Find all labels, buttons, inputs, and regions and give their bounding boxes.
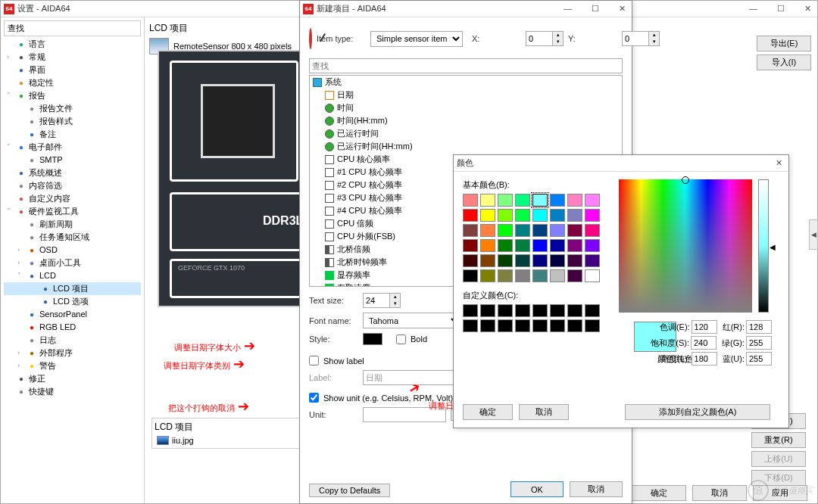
tree-item[interactable]: ●RGB LED	[4, 321, 141, 334]
custom-color-swatch[interactable]	[567, 304, 582, 317]
color-swatch[interactable]	[480, 239, 495, 252]
main-ok-button[interactable]: 确定	[632, 485, 686, 501]
tree-item[interactable]: ●日志	[4, 334, 141, 347]
move-up-button[interactable]: 上移(U)	[751, 451, 806, 467]
custom-color-swatch[interactable]	[498, 304, 513, 317]
tree-item[interactable]: ˅●LCD	[4, 269, 141, 282]
color-cancel-button[interactable]: 取消	[519, 404, 569, 420]
text-size-input[interactable]	[363, 293, 390, 308]
color-swatch[interactable]	[550, 239, 565, 252]
custom-color-swatch[interactable]	[480, 304, 495, 317]
tree-item[interactable]: ●报告文件	[4, 102, 141, 115]
color-swatch[interactable]	[480, 194, 495, 207]
font-name-select[interactable]: Tahoma	[363, 313, 461, 328]
color-swatch[interactable]	[463, 254, 478, 267]
minimize-button[interactable]: ―	[560, 4, 575, 14]
hue-input[interactable]	[692, 320, 717, 334]
color-swatch[interactable]	[585, 239, 600, 252]
custom-color-swatch[interactable]	[550, 304, 565, 317]
tree-item[interactable]: ●任务通知区域	[4, 231, 141, 244]
color-swatch[interactable]	[463, 209, 478, 222]
color-swatch[interactable]	[480, 269, 495, 282]
color-swatch[interactable]	[550, 269, 565, 282]
custom-color-swatch[interactable]	[532, 304, 548, 317]
y-spin-down[interactable]: ▾	[649, 39, 659, 45]
custom-color-swatch[interactable]	[585, 304, 600, 317]
color-swatch[interactable]	[515, 239, 530, 252]
import-button[interactable]: 导入(I)	[757, 54, 811, 70]
tree-item[interactable]: ●快捷键	[4, 385, 141, 398]
tree-item[interactable]: ●修正	[4, 372, 141, 385]
color-swatch[interactable]	[463, 239, 478, 252]
sat-input[interactable]	[691, 336, 717, 350]
tree-item[interactable]: ›●常规	[4, 51, 141, 64]
color-swatch[interactable]	[585, 269, 600, 282]
color-swatch[interactable]	[480, 254, 495, 267]
tree-item[interactable]: ›●外部程序	[4, 347, 141, 359]
text-color-swatch[interactable]	[363, 333, 382, 345]
color-swatch[interactable]	[550, 194, 565, 207]
x-input[interactable]	[526, 31, 553, 46]
maximize-button[interactable]: ☐	[589, 4, 602, 14]
main-apply-button[interactable]: 应用	[753, 485, 807, 501]
color-swatch[interactable]	[532, 209, 548, 222]
color-swatch[interactable]	[463, 224, 478, 237]
copy-defaults-button[interactable]: Copy to Defaults	[309, 484, 390, 497]
tree-item[interactable]: ˅●报告	[4, 89, 141, 102]
tree-item[interactable]: ●系统概述	[4, 166, 141, 179]
color-swatch[interactable]	[567, 239, 582, 252]
tree-item[interactable]: ●自定义内容	[4, 192, 141, 205]
tree-item[interactable]: ●内容筛选	[4, 179, 141, 192]
sensor-item[interactable]: 已运行时间	[310, 127, 622, 140]
close-button[interactable]: ✕	[801, 4, 814, 14]
color-swatch[interactable]	[515, 269, 530, 282]
custom-color-swatch[interactable]	[567, 319, 582, 332]
settings-tree[interactable]: ●语言›●常规●界面●稳定性˅●报告●报告文件●报告样式●备注˅●电子邮件●SM…	[4, 38, 141, 398]
collapse-chevron-icon[interactable]: ◀	[809, 219, 818, 250]
tree-item[interactable]: ˅●电子邮件	[4, 141, 141, 154]
tree-item[interactable]: ●SensorPanel	[4, 308, 141, 321]
x-spin-down[interactable]: ▾	[553, 39, 563, 45]
tree-item[interactable]: ›●桌面小工具	[4, 257, 141, 269]
color-swatch[interactable]	[498, 194, 513, 207]
custom-color-swatch[interactable]	[480, 319, 495, 332]
modal-cancel-button[interactable]: 取消	[570, 481, 623, 497]
color-swatch[interactable]	[515, 224, 530, 237]
color-swatch[interactable]	[567, 269, 582, 282]
color-swatch[interactable]	[550, 254, 565, 267]
color-swatch[interactable]	[515, 209, 530, 222]
color-swatch[interactable]	[567, 209, 582, 222]
color-swatch[interactable]	[498, 269, 513, 282]
color-swatch[interactable]	[515, 254, 530, 267]
sensor-tree-root[interactable]: 系统	[310, 76, 622, 89]
color-ok-button[interactable]: 确定	[463, 404, 513, 420]
lum-input[interactable]	[692, 352, 717, 366]
add-custom-color-button[interactable]: 添加到自定义颜色(A)	[625, 404, 770, 420]
color-swatch[interactable]	[463, 194, 478, 207]
color-swatch[interactable]	[480, 224, 495, 237]
tree-item[interactable]: ●语言	[4, 38, 141, 51]
show-unit-checkbox[interactable]	[309, 393, 319, 403]
color-swatch[interactable]	[532, 194, 548, 207]
color-swatch[interactable]	[532, 269, 548, 282]
custom-color-swatch[interactable]	[463, 304, 478, 317]
color-close-button[interactable]: ✕	[773, 158, 785, 168]
custom-color-swatch[interactable]	[498, 319, 513, 332]
color-swatch[interactable]	[498, 254, 513, 267]
move-down-button[interactable]: 下移(D)	[751, 470, 806, 486]
tree-item[interactable]: ●备注	[4, 128, 141, 141]
custom-color-swatch[interactable]	[463, 319, 478, 332]
tree-item[interactable]: ●界面	[4, 64, 141, 76]
color-swatch[interactable]	[532, 254, 548, 267]
export-button[interactable]: 导出(E)	[757, 36, 811, 51]
color-swatch[interactable]	[480, 209, 495, 222]
tree-item[interactable]: ˅●硬件监视工具	[4, 205, 141, 218]
tree-item[interactable]: ●稳定性	[4, 76, 141, 89]
color-swatch[interactable]	[585, 194, 600, 207]
color-swatch[interactable]	[567, 254, 582, 267]
sensor-item[interactable]: 时间(HH:mm)	[310, 114, 622, 127]
color-swatch[interactable]	[585, 254, 600, 267]
x-spin-up[interactable]: ▴	[553, 32, 563, 39]
luminance-slider[interactable]	[758, 179, 769, 313]
red-input[interactable]	[746, 320, 772, 334]
